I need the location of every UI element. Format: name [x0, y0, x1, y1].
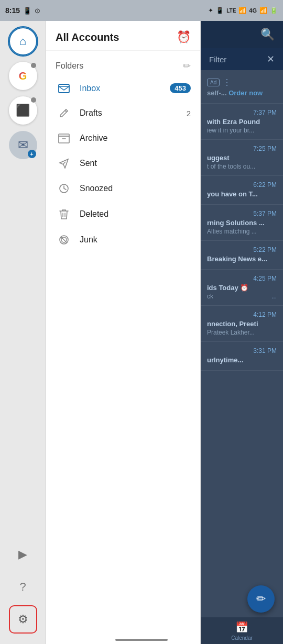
settings-button[interactable]: ⚙ — [9, 605, 37, 634]
play-button[interactable]: ▶ — [9, 540, 37, 569]
folder-item-drafts[interactable]: Drafts 2 — [46, 101, 200, 126]
signal-icon: 4G — [249, 7, 257, 14]
email-sender-2: you have on T... — [207, 190, 277, 198]
status-bar: 8:15 📱 ⊙ ✦ 📳 LTE 📶 4G 📶 🔋 — [0, 0, 283, 21]
snoozed-icon — [56, 183, 72, 194]
email-sender-1: uggest — [207, 154, 277, 162]
email-item-7[interactable]: 3:31 PM urlnytime... — [201, 342, 283, 371]
email-time-6: 4:12 PM — [253, 311, 277, 318]
email-time-7: 3:31 PM — [253, 347, 277, 354]
folder-header: All Accounts ⏰ — [46, 21, 200, 51]
email-time-5: 4:25 PM — [253, 275, 277, 282]
bottom-tab-bar: 📅 Calendar — [201, 617, 283, 644]
lte-icon: LTE — [226, 8, 236, 14]
svg-rect-0 — [59, 84, 69, 93]
junk-icon — [56, 235, 72, 245]
email-time-2: 6:22 PM — [253, 181, 277, 188]
drafts-count: 2 — [187, 109, 191, 118]
email-preview-3: Alties matching ... — [207, 228, 277, 235]
email-dots-5: ... — [271, 293, 277, 300]
email-item-1[interactable]: 7:25 PM uggest t of the tools ou... — [201, 140, 283, 176]
email-more-icon[interactable]: ⋮ — [223, 77, 231, 87]
email-time-3: 5:37 PM — [253, 210, 277, 217]
sidebar-item-google[interactable]: G — [8, 61, 38, 91]
folders-label-row: Folders ✏ — [46, 56, 200, 76]
calendar-icon: 📅 — [235, 621, 248, 634]
folder-item-junk[interactable]: Junk — [46, 227, 200, 252]
email-preview-0: iew it in your br... — [207, 127, 277, 134]
help-button[interactable]: ? — [9, 573, 37, 601]
sidebar-item-office[interactable]: ⬛ — [8, 95, 38, 126]
email-panel: 🔍 Filter ✕ Ad ⋮ self-... Order now — [201, 21, 283, 644]
email-item-4[interactable]: 5:22 PM Breaking News e... — [201, 241, 283, 270]
wifi-icon: 📶 — [238, 7, 246, 14]
folders-label-text: Folders — [56, 61, 83, 71]
status-time: 8:15 — [5, 6, 20, 15]
email-list: Ad ⋮ self-... Order now 7:37 PM with Ezr… — [201, 70, 283, 617]
signal2-icon: 📶 — [259, 7, 267, 14]
play-icon: ▶ — [18, 548, 27, 561]
deleted-label: Deleted — [80, 209, 191, 219]
email-sender-3: rning Solutions ... — [207, 219, 277, 227]
inbox-label: Inbox — [80, 84, 170, 93]
sent-icon — [56, 158, 72, 169]
all-accounts-title: All Accounts — [56, 31, 119, 43]
email-panel-header: 🔍 — [201, 21, 283, 48]
sim-icon: 📱 — [23, 7, 31, 15]
email-item-5[interactable]: 4:25 PM ids Today ⏰ ck ... — [201, 270, 283, 306]
email-preview-6: Prateek Lakher... — [207, 329, 277, 336]
notification-icon: ⊙ — [35, 7, 40, 15]
help-icon: ? — [19, 580, 26, 594]
archive-label: Archive — [80, 134, 191, 143]
folder-item-inbox[interactable]: Inbox 453 — [46, 76, 200, 101]
tab-calendar[interactable]: 📅 Calendar — [231, 621, 253, 641]
email-sender-0: with Ezra Pound — [207, 118, 277, 126]
filter-close-button[interactable]: ✕ — [267, 53, 275, 65]
calendar-tab-label: Calendar — [231, 635, 253, 641]
snoozed-label: Snoozed — [80, 184, 191, 193]
ad-badge: Ad — [207, 79, 220, 86]
sidebar-item-mail-add[interactable]: ✉ + — [8, 130, 38, 160]
office-badge — [31, 97, 36, 103]
email-time-0: 7:37 PM — [253, 109, 277, 116]
ad-sender: self-... Order now — [207, 89, 277, 97]
folder-item-archive[interactable]: Archive — [46, 126, 200, 151]
compose-fab[interactable]: ✏ — [247, 585, 275, 613]
settings-icon: ⚙ — [18, 613, 28, 626]
alarm-icon[interactable]: ⏰ — [177, 30, 191, 44]
archive-icon — [56, 133, 72, 143]
folder-item-snoozed[interactable]: Snoozed — [46, 176, 200, 201]
folder-item-sent[interactable]: Sent — [46, 151, 200, 176]
add-account-plus: + — [28, 150, 36, 158]
email-item-3[interactable]: 5:37 PM rning Solutions ... Alties match… — [201, 205, 283, 241]
icon-sidebar: ⌂ G ⬛ ✉ + ▶ — [0, 21, 46, 644]
email-preview-1: t of the tools ou... — [207, 163, 277, 170]
folders-section: Folders ✏ Inbox 453 — [46, 51, 200, 644]
email-time-1: 7:25 PM — [253, 145, 277, 152]
email-sender-4: Breaking News e... — [207, 255, 277, 263]
bottom-icons: ▶ ? ⚙ — [9, 540, 37, 639]
deleted-icon — [56, 208, 72, 220]
sent-label: Sent — [80, 159, 191, 168]
filter-bar: Filter ✕ — [201, 48, 283, 70]
scroll-indicator — [115, 639, 168, 641]
email-item-2[interactable]: 6:22 PM you have on T... — [201, 176, 283, 205]
email-sender-5: ids Today ⏰ — [207, 284, 277, 292]
mail-icon: ✉ — [18, 138, 28, 152]
drafts-label: Drafts — [80, 108, 187, 118]
filter-label: Filter — [209, 55, 226, 64]
folder-item-deleted[interactable]: Deleted — [46, 201, 200, 227]
email-item-6[interactable]: 4:12 PM nnection, Preeti Prateek Lakher.… — [201, 306, 283, 342]
inbox-badge: 453 — [170, 83, 191, 93]
google-badge — [31, 63, 36, 68]
search-button[interactable]: 🔍 — [260, 28, 275, 41]
email-sender-6: nnection, Preeti — [207, 320, 277, 328]
edit-folders-icon[interactable]: ✏ — [183, 60, 191, 72]
email-item-0[interactable]: 7:37 PM with Ezra Pound iew it in your b… — [201, 104, 283, 140]
email-item-ad[interactable]: Ad ⋮ self-... Order now — [201, 72, 283, 104]
sidebar-item-home[interactable]: ⌂ — [8, 26, 38, 57]
battery-icon: 🔋 — [270, 7, 278, 14]
google-icon: G — [19, 70, 27, 82]
folder-panel: All Accounts ⏰ Folders ✏ Inbox 453 — [46, 21, 201, 644]
email-preview-5: ck — [207, 293, 213, 300]
